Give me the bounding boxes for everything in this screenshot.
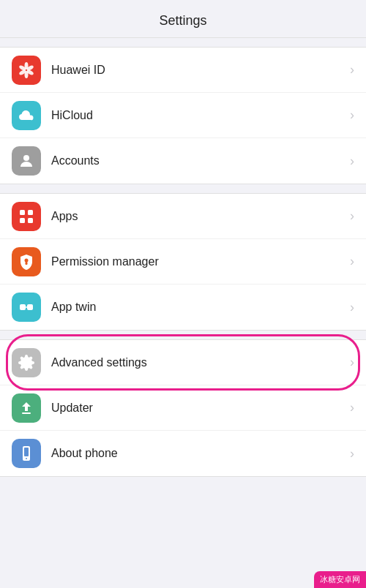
- chevron-icon: ›: [350, 300, 354, 315]
- huawei-id-icon: [12, 56, 41, 85]
- permission-manager-label: Permission manager: [51, 255, 350, 268]
- hicloud-label: HiCloud: [51, 109, 350, 122]
- svg-rect-9: [20, 218, 25, 223]
- svg-rect-13: [20, 304, 26, 310]
- advanced-settings-item[interactable]: Advanced settings ›: [0, 340, 366, 385]
- svg-rect-16: [22, 412, 31, 414]
- huawei-id-item[interactable]: Huawei ID ›: [0, 48, 366, 93]
- page-title: Settings: [159, 13, 206, 28]
- account-section: Huawei ID › HiCloud › Accounts ›: [0, 47, 366, 184]
- app-twin-icon: [12, 293, 41, 322]
- apps-list: Apps › Permission manager ›: [0, 193, 366, 331]
- svg-rect-8: [28, 210, 33, 215]
- huawei-id-label: Huawei ID: [51, 64, 350, 77]
- svg-point-19: [26, 458, 27, 459]
- updater-icon: [12, 393, 41, 423]
- header: Settings: [0, 0, 366, 38]
- upload-icon: [18, 399, 35, 417]
- advanced-section: Advanced settings › Updater ›: [0, 339, 366, 477]
- huawei-flower-icon: [18, 61, 35, 79]
- chevron-icon: ›: [350, 62, 354, 78]
- phone-icon: [18, 445, 35, 462]
- app-twin-item[interactable]: App twin ›: [0, 284, 366, 330]
- about-phone-item[interactable]: About phone ›: [0, 431, 366, 476]
- app-twin-label: App twin: [51, 301, 350, 314]
- advanced-settings-label: Advanced settings: [51, 356, 350, 369]
- accounts-icon: [12, 146, 41, 176]
- cloud-icon: [18, 107, 35, 124]
- shield-icon: [18, 253, 35, 271]
- svg-point-11: [25, 258, 29, 262]
- chevron-icon: ›: [350, 154, 354, 169]
- chevron-icon: ›: [350, 108, 354, 123]
- apps-item[interactable]: Apps ›: [0, 194, 366, 239]
- updater-label: Updater: [51, 402, 350, 415]
- svg-rect-10: [28, 218, 33, 223]
- accounts-label: Accounts: [51, 154, 350, 167]
- watermark: 冰糖安卓网: [314, 571, 366, 588]
- grid-icon: [18, 208, 35, 225]
- chevron-icon: ›: [350, 254, 354, 269]
- svg-point-6: [23, 155, 29, 161]
- chevron-icon: ›: [350, 446, 354, 461]
- advanced-settings-icon: [12, 348, 41, 377]
- hicloud-item[interactable]: HiCloud ›: [0, 93, 366, 138]
- twin-icon: [18, 298, 35, 316]
- svg-rect-7: [20, 210, 25, 215]
- svg-rect-18: [24, 448, 29, 456]
- account-list: Huawei ID › HiCloud › Accounts ›: [0, 47, 366, 184]
- updater-item[interactable]: Updater ›: [0, 385, 366, 431]
- svg-rect-12: [26, 262, 28, 265]
- advanced-list: Advanced settings › Updater ›: [0, 339, 366, 477]
- permission-manager-item[interactable]: Permission manager ›: [0, 239, 366, 284]
- permission-icon: [12, 247, 41, 276]
- gear-icon: [18, 354, 35, 372]
- chevron-icon: ›: [350, 355, 354, 370]
- about-phone-icon: [12, 439, 41, 468]
- accounts-item[interactable]: Accounts ›: [0, 138, 366, 184]
- chevron-icon: ›: [350, 400, 354, 415]
- about-phone-label: About phone: [51, 447, 350, 460]
- apps-icon: [12, 202, 41, 231]
- svg-rect-14: [27, 304, 33, 310]
- hicloud-icon: [12, 101, 41, 130]
- apps-section: Apps › Permission manager ›: [0, 193, 366, 331]
- apps-label: Apps: [51, 210, 350, 223]
- chevron-icon: ›: [350, 208, 354, 224]
- person-icon: [18, 152, 35, 170]
